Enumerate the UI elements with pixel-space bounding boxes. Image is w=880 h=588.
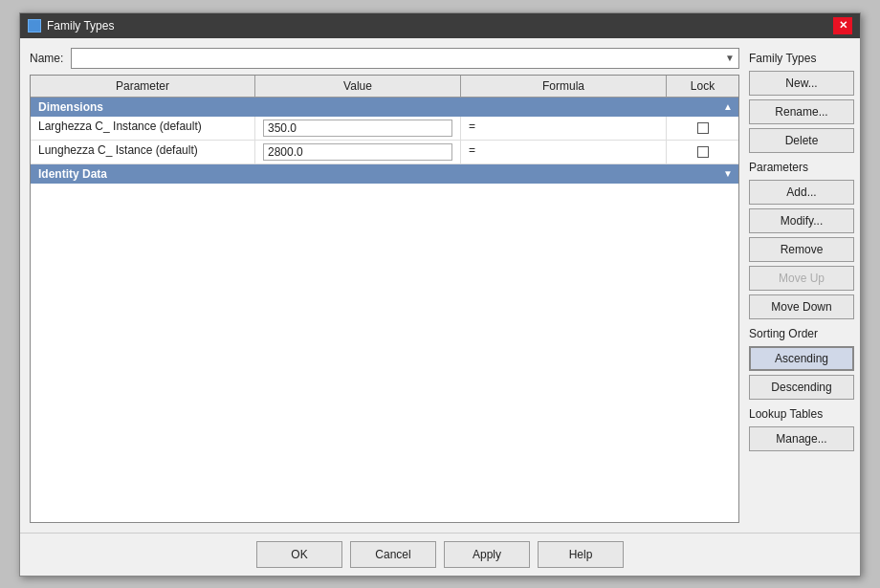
name-input-container[interactable]: ▼ [71,48,739,69]
remove-button[interactable]: Remove [749,237,854,262]
dropdown-arrow-icon[interactable]: ▼ [725,53,735,63]
manage-button[interactable]: Manage... [749,426,854,451]
sorting-order-label: Sorting Order [749,327,854,340]
name-label: Name: [30,52,63,65]
app-icon [28,19,41,33]
table-body: Dimensions ▲ Larghezza C_ Instance (defa… [31,98,738,522]
apply-button[interactable]: Apply [444,541,530,568]
parameters-table: Parameter Value Formula Lock Dimensions … [30,75,739,523]
table-header: Parameter Value Formula Lock [31,76,738,98]
left-panel: Name: ▼ Parameter Value Formula Lock [30,48,739,523]
ok-button[interactable]: OK [256,541,342,568]
header-lock: Lock [667,76,738,97]
family-types-dialog: Family Types ✕ Name: ▼ Parameter Value F [19,12,861,577]
row2-formula: = [461,141,667,163]
row1-formula: = [461,117,667,140]
modify-button[interactable]: Modify... [749,208,854,233]
parameters-label: Parameters [749,161,854,174]
table-row: Lunghezza C_ Istance (default) 2800.0 = [31,141,738,164]
add-button[interactable]: Add... [749,180,854,205]
header-parameter: Parameter [31,76,255,97]
dialog-footer: OK Cancel Apply Help [20,533,860,576]
descending-button[interactable]: Descending [749,375,854,400]
title-bar-left: Family Types [28,19,114,33]
row1-lock [667,117,738,140]
help-button[interactable]: Help [538,541,624,568]
section-dimensions-label: Dimensions [31,98,667,117]
close-button[interactable]: ✕ [833,17,852,34]
section-identity-label: Identity Data [31,164,667,184]
ascending-button[interactable]: Ascending [749,346,854,371]
lock-checkbox-1[interactable] [697,122,709,134]
name-row: Name: ▼ [30,48,739,69]
family-types-label: Family Types [749,52,854,65]
dialog-body: Name: ▼ Parameter Value Formula Lock [20,38,860,533]
move-up-button[interactable]: Move Up [749,266,854,291]
delete-button[interactable]: Delete [749,128,854,153]
row2-parameter: Lunghezza C_ Istance (default) [31,141,255,163]
row2-value[interactable]: 2800.0 [255,141,461,163]
section-identity-expand[interactable]: ▼ [667,164,738,184]
lock-checkbox-2[interactable] [697,146,709,158]
cancel-button[interactable]: Cancel [350,541,436,568]
row2-lock [667,141,738,163]
new-button[interactable]: New... [749,71,854,96]
header-formula: Formula [461,76,667,97]
section-identity: Identity Data ▼ [31,164,738,184]
move-down-button[interactable]: Move Down [749,294,854,319]
right-panel: Family Types New... Rename... Delete Par… [749,48,854,523]
title-bar: Family Types ✕ [20,13,860,38]
section-dimensions-expand[interactable]: ▲ [667,98,738,117]
row1-value[interactable]: 350.0 [255,117,461,140]
dialog-title: Family Types [47,19,114,33]
lookup-tables-label: Lookup Tables [749,407,854,421]
section-dimensions: Dimensions ▲ [31,98,738,117]
rename-button[interactable]: Rename... [749,99,854,124]
table-row: Larghezza C_ Instance (default) 350.0 = [31,117,738,141]
header-value: Value [255,76,461,97]
row1-parameter: Larghezza C_ Instance (default) [31,117,255,140]
